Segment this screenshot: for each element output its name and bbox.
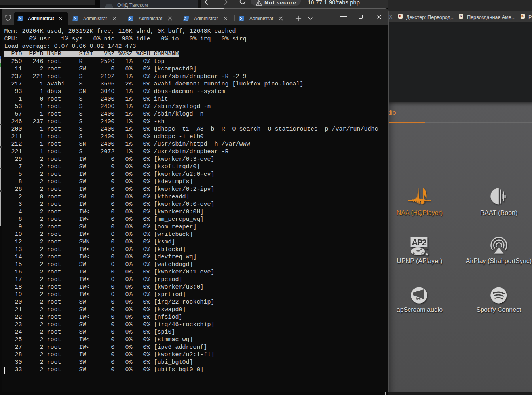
svg-text:AP2: AP2 (412, 238, 427, 247)
